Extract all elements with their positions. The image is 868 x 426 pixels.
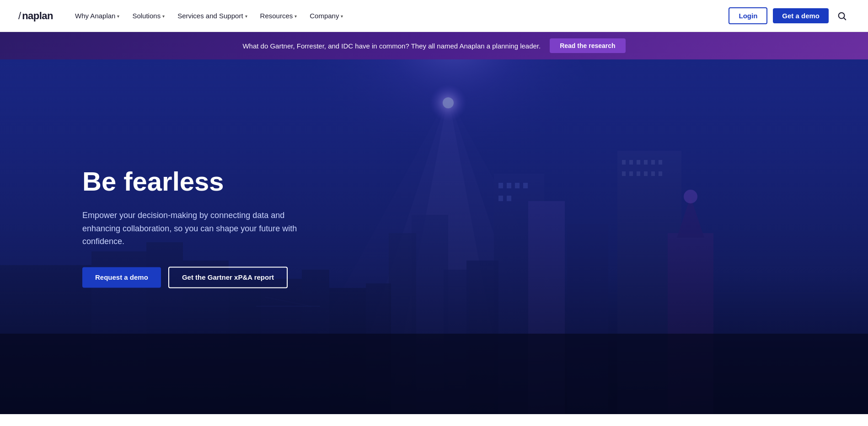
- logo-slash-icon: /: [18, 10, 21, 22]
- hero-subtitle: Empower your decision-making by connecti…: [82, 209, 302, 248]
- navbar-left: / naplan Why Anaplan ▾ Solutions ▾ Servi…: [18, 8, 348, 23]
- svg-rect-53: [0, 334, 868, 414]
- search-icon: [837, 11, 847, 21]
- request-demo-button[interactable]: Request a demo: [82, 267, 161, 288]
- nav-item-solutions[interactable]: Solutions ▾: [127, 8, 170, 23]
- hero-buttons: Request a demo Get the Gartner xP&A repo…: [82, 267, 302, 288]
- nav-item-why-anaplan[interactable]: Why Anaplan ▾: [70, 8, 125, 23]
- logo[interactable]: / naplan: [18, 10, 53, 22]
- hero-title: Be fearless: [82, 167, 302, 196]
- get-demo-button[interactable]: Get a demo: [773, 8, 829, 23]
- hero-content: Be fearless Empower your decision-making…: [82, 167, 302, 288]
- navbar: / naplan Why Anaplan ▾ Solutions ▾ Servi…: [0, 0, 868, 32]
- promo-banner: What do Gartner, Forrester, and IDC have…: [0, 32, 868, 59]
- nav-item-company[interactable]: Company ▾: [304, 8, 348, 23]
- hero-section: Be fearless Empower your decision-making…: [0, 59, 868, 414]
- gartner-report-button[interactable]: Get the Gartner xP&A report: [168, 267, 288, 288]
- chevron-down-icon: ▾: [245, 14, 247, 19]
- chevron-down-icon: ▾: [117, 14, 119, 19]
- nav-item-resources[interactable]: Resources ▾: [255, 8, 303, 23]
- chevron-down-icon: ▾: [341, 14, 343, 19]
- nav-item-services-support[interactable]: Services and Support ▾: [172, 8, 252, 23]
- nav-links: Why Anaplan ▾ Solutions ▾ Services and S…: [70, 8, 348, 23]
- banner-text: What do Gartner, Forrester, and IDC have…: [242, 42, 541, 50]
- chevron-down-icon: ▾: [162, 14, 165, 19]
- navbar-right: Login Get a demo: [729, 7, 850, 24]
- logo-text: naplan: [22, 10, 53, 22]
- svg-line-1: [844, 18, 846, 20]
- login-button[interactable]: Login: [729, 7, 767, 24]
- read-research-button[interactable]: Read the research: [550, 38, 625, 53]
- search-button[interactable]: [834, 8, 850, 24]
- chevron-down-icon: ▾: [295, 14, 297, 19]
